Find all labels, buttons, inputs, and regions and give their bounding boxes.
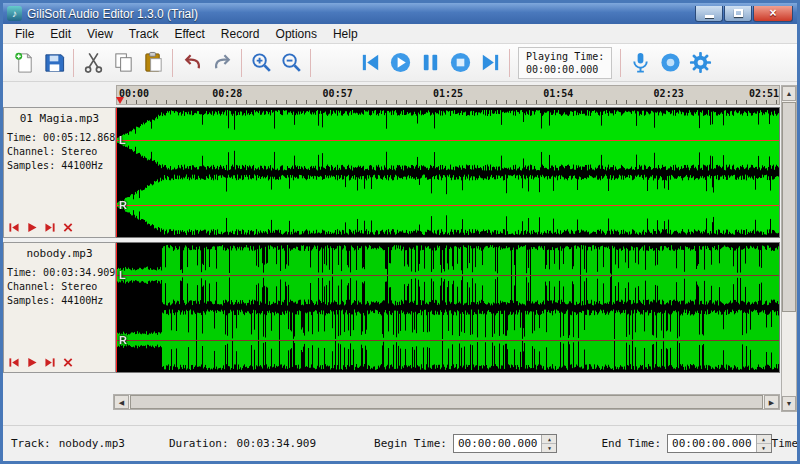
- track-delete-button[interactable]: [61, 221, 75, 234]
- menu-file[interactable]: File: [7, 25, 42, 43]
- menu-options[interactable]: Options: [268, 25, 325, 43]
- track-time: Time: 00:03:34.909: [4, 266, 115, 280]
- pause-icon: [419, 51, 442, 74]
- skip-end-icon: [479, 51, 502, 74]
- scroll-right-button[interactable]: ▶: [764, 395, 779, 409]
- stop-button[interactable]: [445, 48, 475, 78]
- track-panel-2: nobody.mp3 Time: 00:03:34.909 Channel: S…: [3, 242, 780, 373]
- pause-button[interactable]: [415, 48, 445, 78]
- waveform-canvas-1[interactable]: [116, 108, 779, 237]
- waveform-display-2[interactable]: L R: [116, 242, 780, 373]
- zoom-in-button[interactable]: [246, 48, 276, 78]
- begin-time-input[interactable]: 00:00:00.000: [454, 435, 541, 452]
- close-button[interactable]: ×: [753, 6, 793, 22]
- window-title: GiliSoft Audio Editor 1.3.0 (Trial): [27, 7, 198, 21]
- menu-track[interactable]: Track: [121, 25, 167, 43]
- vertical-scroll-thumb[interactable]: [782, 102, 796, 312]
- menu-help[interactable]: Help: [325, 25, 366, 43]
- record-icon: [659, 51, 682, 74]
- minimize-icon: [705, 15, 714, 18]
- horizontal-scroll-thumb[interactable]: [130, 395, 763, 409]
- title-bar[interactable]: ♪ GiliSoft Audio Editor 1.3.0 (Trial) ×: [3, 3, 797, 24]
- status-duration-value: 00:03:34.909: [237, 437, 316, 450]
- record-button[interactable]: [655, 48, 685, 78]
- playhead-line: [116, 243, 117, 372]
- end-time-down-button[interactable]: ▼: [757, 444, 771, 452]
- scroll-up-button[interactable]: ▲: [782, 86, 796, 101]
- scroll-left-button[interactable]: ◀: [114, 395, 129, 409]
- track-samples: Samples: 44100Hz: [4, 159, 115, 173]
- playing-time-value: 00:00:00.000: [526, 63, 604, 76]
- track-name[interactable]: nobody.mp3: [4, 243, 115, 266]
- add-file-button[interactable]: [9, 48, 39, 78]
- begin-time-down-button[interactable]: ▼: [542, 444, 556, 452]
- status-bar: Track: nobody.mp3 Duration: 00:03:34.909…: [3, 425, 797, 461]
- end-time-spinner[interactable]: 00:00:00.000 ▲▼: [667, 434, 771, 453]
- left-channel-label: L: [119, 134, 126, 146]
- menu-effect[interactable]: Effect: [166, 25, 212, 43]
- vertical-scroll-track[interactable]: [782, 313, 796, 396]
- track-delete-button[interactable]: [61, 356, 75, 369]
- play-button[interactable]: [385, 48, 415, 78]
- zoom-out-button[interactable]: [276, 48, 306, 78]
- ruler-tick: 00:57: [323, 88, 353, 99]
- horizontal-scrollbar[interactable]: ◀ ▶: [113, 394, 780, 410]
- status-track-value: nobody.mp3: [59, 437, 125, 450]
- begin-time-up-button[interactable]: ▲: [542, 435, 556, 444]
- menu-view[interactable]: View: [79, 25, 121, 43]
- track-play-button[interactable]: [25, 221, 39, 234]
- menu-edit[interactable]: Edit: [42, 25, 79, 43]
- paste-button[interactable]: [138, 48, 168, 78]
- track-samples: Samples: 44100Hz: [4, 294, 115, 308]
- right-channel-label: R: [119, 199, 127, 211]
- playing-time-display: Playing Time: 00:00:00.000: [518, 47, 612, 79]
- toolbar-separator: [241, 49, 242, 77]
- track-time: Time: 00:05:12.868: [4, 131, 115, 145]
- begin-time-spinner[interactable]: 00:00:00.000 ▲▼: [453, 434, 557, 453]
- cut-button[interactable]: [78, 48, 108, 78]
- menu-record[interactable]: Record: [213, 25, 268, 43]
- microphone-icon: [629, 51, 652, 74]
- timeline-ruler[interactable]: 00:00 00:28 00:57 01:25 01:54 02:23 02:5…: [116, 85, 780, 105]
- undo-button[interactable]: [177, 48, 207, 78]
- undo-icon: [181, 51, 204, 74]
- track-skip-start-button[interactable]: [7, 221, 21, 234]
- microphone-button[interactable]: [625, 48, 655, 78]
- vertical-scrollbar[interactable]: ▲ ▼: [781, 85, 797, 412]
- end-time-up-button[interactable]: ▲: [757, 435, 771, 444]
- ruler-tick: 01:25: [433, 88, 463, 99]
- playhead-marker[interactable]: [116, 97, 124, 104]
- track-play-icon: [26, 357, 38, 368]
- save-button[interactable]: [39, 48, 69, 78]
- track-skip-start-icon: [8, 222, 20, 233]
- track-name[interactable]: 01 Magia.mp3: [4, 108, 115, 131]
- playing-time-label: Playing Time:: [526, 50, 604, 63]
- skip-start-button[interactable]: [355, 48, 385, 78]
- track-skip-end-button[interactable]: [43, 221, 57, 234]
- play-icon: [389, 51, 412, 74]
- scroll-down-button[interactable]: ▼: [782, 396, 796, 411]
- track-controls: [7, 221, 75, 234]
- paste-icon: [142, 51, 165, 74]
- minimize-button[interactable]: [695, 6, 723, 22]
- maximize-icon: [734, 9, 743, 17]
- track-skip-start-icon: [8, 357, 20, 368]
- right-channel-label: R: [119, 334, 127, 346]
- waveform-display-1[interactable]: L R: [116, 107, 780, 238]
- track-skip-start-button[interactable]: [7, 356, 21, 369]
- toolbar-separator: [509, 49, 510, 77]
- copy-button[interactable]: [108, 48, 138, 78]
- settings-button[interactable]: [685, 48, 715, 78]
- maximize-button[interactable]: [724, 6, 752, 22]
- status-track-label: Track:: [11, 437, 51, 450]
- redo-button[interactable]: [207, 48, 237, 78]
- track-delete-icon: [62, 357, 74, 368]
- redo-icon: [211, 51, 234, 74]
- skip-end-button[interactable]: [475, 48, 505, 78]
- track-skip-end-button[interactable]: [43, 356, 57, 369]
- end-time-input[interactable]: 00:00:00.000: [668, 435, 755, 452]
- track-play-button[interactable]: [25, 356, 39, 369]
- waveform-canvas-2[interactable]: [116, 243, 779, 372]
- status-duration-label: Duration:: [169, 437, 229, 450]
- ruler-tick: 01:54: [543, 88, 573, 99]
